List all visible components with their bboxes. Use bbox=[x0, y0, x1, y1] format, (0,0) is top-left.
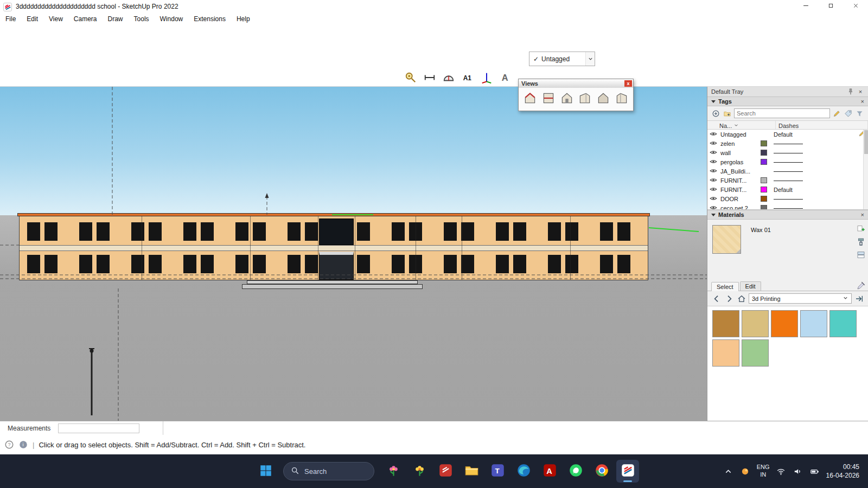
views-palette-titlebar[interactable]: Views x bbox=[519, 79, 633, 88]
tag-row[interactable]: wall bbox=[707, 148, 868, 157]
tag-row[interactable]: zelen bbox=[707, 139, 868, 148]
right-view-button[interactable] bbox=[576, 90, 593, 108]
menu-extensions[interactable]: Extensions bbox=[192, 14, 231, 24]
material-preview-thumbnail[interactable] bbox=[712, 225, 741, 254]
volume-icon[interactable] bbox=[793, 466, 803, 477]
info-icon[interactable]: i bbox=[18, 440, 28, 450]
visibility-eye-icon[interactable] bbox=[710, 130, 720, 139]
tag-color-swatch[interactable] bbox=[761, 168, 767, 174]
add-tag-icon[interactable] bbox=[711, 109, 720, 118]
tab-edit[interactable]: Edit bbox=[740, 281, 761, 291]
visibility-eye-icon[interactable] bbox=[710, 185, 720, 194]
tray-close-icon[interactable]: × bbox=[857, 88, 864, 95]
swatch-turquoise[interactable] bbox=[829, 310, 857, 337]
tab-select[interactable]: Select bbox=[711, 282, 739, 291]
visibility-eye-icon[interactable] bbox=[710, 176, 720, 185]
3d-text-tool[interactable]: A bbox=[497, 69, 514, 87]
tag-label-icon[interactable] bbox=[844, 109, 853, 118]
tags-scrollbar[interactable] bbox=[863, 130, 868, 209]
tag-color-swatch[interactable] bbox=[761, 159, 767, 165]
swatch-orange[interactable] bbox=[771, 310, 798, 337]
swatch-sand[interactable] bbox=[742, 310, 769, 337]
create-material-icon[interactable] bbox=[856, 224, 865, 233]
visibility-eye-icon[interactable] bbox=[710, 204, 720, 210]
tags-scrollbar-thumb[interactable] bbox=[864, 130, 868, 154]
menu-draw[interactable]: Draw bbox=[106, 14, 129, 24]
visibility-eye-icon[interactable] bbox=[710, 167, 720, 176]
in-model-home-icon[interactable] bbox=[736, 293, 746, 304]
pin-icon[interactable] bbox=[847, 88, 854, 95]
tag-dashes[interactable]: Default bbox=[771, 187, 858, 193]
tag-color-swatch[interactable] bbox=[761, 131, 767, 137]
tags-section-header[interactable]: Tags × bbox=[707, 97, 868, 106]
tags-search-input[interactable] bbox=[737, 110, 827, 117]
chevron-down-icon[interactable] bbox=[585, 52, 595, 66]
menu-view[interactable]: View bbox=[47, 14, 68, 24]
sample-paint-icon[interactable] bbox=[856, 281, 865, 290]
menu-file[interactable]: File bbox=[3, 14, 21, 24]
tag-row[interactable]: UntaggedDefault bbox=[707, 130, 868, 139]
text-tool[interactable]: A1 bbox=[459, 69, 476, 87]
taskbar-app-explorer[interactable] bbox=[460, 460, 483, 483]
tag-row[interactable]: DOOR bbox=[707, 194, 868, 203]
default-paint-icon[interactable] bbox=[856, 237, 865, 246]
wifi-icon[interactable] bbox=[776, 466, 787, 477]
menu-camera[interactable]: Camera bbox=[72, 14, 103, 24]
close-button[interactable] bbox=[843, 0, 868, 13]
start-button[interactable] bbox=[255, 460, 277, 482]
tag-color-swatch[interactable] bbox=[761, 205, 767, 210]
taskbar-app-app-red[interactable] bbox=[434, 460, 457, 483]
materials-close-icon[interactable]: × bbox=[861, 211, 864, 218]
front-view-button[interactable] bbox=[558, 90, 576, 108]
taskbar-clock[interactable]: 00:45 16-04-2026 bbox=[826, 463, 859, 480]
tags-close-icon[interactable]: × bbox=[861, 98, 864, 105]
tag-color-swatch[interactable] bbox=[761, 177, 767, 183]
swatch-green[interactable] bbox=[742, 339, 769, 367]
tag-filter-icon[interactable] bbox=[855, 109, 864, 118]
taskbar-app-flower-pink[interactable] bbox=[382, 460, 405, 483]
tag-color-swatch[interactable] bbox=[761, 187, 767, 192]
language-indicator[interactable]: ENG IN bbox=[757, 464, 770, 479]
tag-dashes[interactable] bbox=[771, 159, 858, 165]
swatch-peach[interactable] bbox=[712, 339, 739, 367]
tape-measure-tool[interactable] bbox=[403, 69, 419, 87]
taskbar-app-teams[interactable]: T bbox=[486, 460, 509, 483]
help-icon[interactable]: ? bbox=[4, 440, 14, 450]
taskbar-app-acrobat[interactable]: A bbox=[538, 460, 561, 483]
tag-row[interactable]: FURNIT... bbox=[707, 176, 868, 185]
tag-color-swatch[interactable] bbox=[761, 140, 767, 146]
taskbar-app-sketchup[interactable] bbox=[616, 460, 639, 483]
menu-window[interactable]: Window bbox=[158, 14, 189, 24]
views-palette-close-button[interactable]: x bbox=[624, 80, 632, 87]
column-dashes[interactable]: Dashes bbox=[776, 121, 868, 129]
iso-view-button[interactable] bbox=[521, 90, 539, 108]
edit-pencil-icon[interactable] bbox=[832, 109, 841, 118]
protractor-tool[interactable] bbox=[441, 69, 457, 87]
back-view-button[interactable] bbox=[595, 90, 612, 108]
menu-tools[interactable]: Tools bbox=[132, 14, 155, 24]
dimension-tool[interactable] bbox=[422, 69, 438, 87]
tag-dashes[interactable] bbox=[771, 140, 858, 147]
chevron-up-icon[interactable] bbox=[723, 466, 734, 477]
battery-icon[interactable] bbox=[809, 466, 820, 477]
swatch-bronze[interactable] bbox=[712, 310, 739, 337]
forward-arrow-icon[interactable] bbox=[724, 293, 734, 304]
details-arrow-icon[interactable] bbox=[854, 293, 864, 304]
model-viewport[interactable] bbox=[0, 87, 707, 421]
visibility-eye-icon[interactable] bbox=[710, 149, 720, 157]
visibility-eye-icon[interactable] bbox=[710, 158, 720, 166]
tag-row[interactable]: FURNIT...Default bbox=[707, 185, 868, 194]
taskbar-app-edge[interactable] bbox=[512, 460, 535, 483]
tag-dashes[interactable] bbox=[771, 196, 858, 202]
axes-tool[interactable] bbox=[478, 69, 495, 87]
tag-row[interactable]: ceco net 2 bbox=[707, 203, 868, 210]
menu-help[interactable]: Help bbox=[234, 14, 256, 24]
tag-dashes[interactable] bbox=[771, 205, 858, 210]
back-arrow-icon[interactable] bbox=[711, 293, 722, 304]
taskbar-app-whatsapp[interactable] bbox=[564, 460, 587, 483]
taskbar-app-chrome[interactable] bbox=[590, 460, 613, 483]
maximize-button[interactable] bbox=[818, 0, 843, 13]
tag-color-swatch[interactable] bbox=[761, 150, 767, 156]
column-name[interactable]: Na... bbox=[719, 121, 776, 129]
visibility-eye-icon[interactable] bbox=[710, 139, 720, 148]
